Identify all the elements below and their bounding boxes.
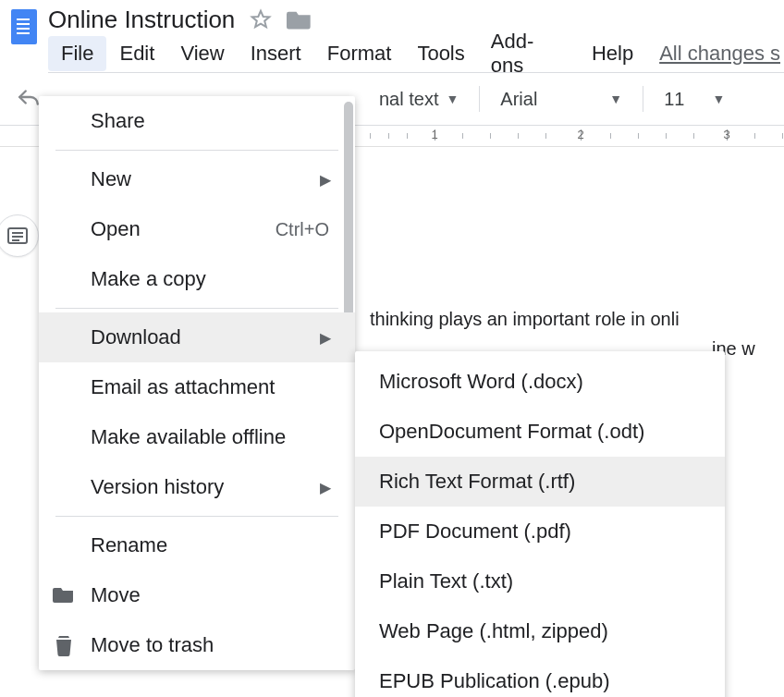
ruler-mark: 2 bbox=[577, 128, 583, 141]
file-menu-available-offline[interactable]: Make available offline bbox=[39, 412, 355, 462]
file-menu-open[interactable]: Open Ctrl+O bbox=[39, 204, 355, 254]
download-pdf[interactable]: PDF Document (.pdf) bbox=[355, 507, 725, 556]
menu-insert[interactable]: Insert bbox=[238, 36, 314, 71]
menu-file[interactable]: File bbox=[48, 36, 106, 71]
menu-item-label: Move bbox=[91, 583, 141, 607]
download-odt[interactable]: OpenDocument Format (.odt) bbox=[355, 407, 725, 457]
chevron-down-icon: ▼ bbox=[609, 92, 622, 106]
file-menu-share[interactable]: Share bbox=[39, 96, 355, 146]
menu-item-label: Version history bbox=[91, 475, 224, 499]
submenu-arrow-icon: ▶ bbox=[320, 479, 335, 496]
file-menu-rename[interactable]: Rename bbox=[39, 520, 355, 570]
svg-marker-0 bbox=[252, 11, 270, 27]
menu-edit[interactable]: Edit bbox=[106, 36, 167, 71]
title-block: Online Instruction File Edit View Insert… bbox=[37, 4, 784, 73]
paragraph-style-select[interactable]: nal text ▼ bbox=[379, 89, 459, 110]
all-changes-saved[interactable]: All changes s bbox=[646, 36, 784, 71]
star-icon[interactable] bbox=[250, 8, 272, 31]
app-logo-wrap bbox=[0, 4, 37, 44]
trash-icon bbox=[52, 634, 76, 656]
menu-format[interactable]: Format bbox=[314, 36, 405, 71]
toolbar-divider bbox=[479, 86, 480, 112]
file-menu-download[interactable]: Download ▶ bbox=[39, 312, 355, 362]
menu-item-label: Move to trash bbox=[91, 633, 214, 657]
paragraph-style-label: nal text bbox=[379, 89, 438, 110]
download-submenu: Microsoft Word (.docx) OpenDocument Form… bbox=[355, 351, 725, 697]
download-html[interactable]: Web Page (.html, zipped) bbox=[355, 606, 725, 656]
folder-icon[interactable] bbox=[287, 8, 312, 31]
download-epub[interactable]: EPUB Publication (.epub) bbox=[355, 656, 725, 697]
download-txt[interactable]: Plain Text (.txt) bbox=[355, 556, 725, 606]
font-family-select[interactable]: Arial ▼ bbox=[500, 89, 622, 110]
download-rtf[interactable]: Rich Text Format (.rtf) bbox=[355, 457, 725, 507]
menu-bar: File Edit View Insert Format Tools Add-o… bbox=[48, 35, 784, 73]
font-size-value: 11 bbox=[664, 89, 684, 110]
header: Online Instruction File Edit View Insert… bbox=[0, 0, 784, 73]
menu-item-label: Share bbox=[91, 109, 145, 133]
file-menu-new[interactable]: New ▶ bbox=[39, 154, 355, 204]
font-family-label: Arial bbox=[500, 89, 537, 110]
submenu-arrow-icon: ▶ bbox=[320, 329, 335, 347]
docs-app-icon[interactable] bbox=[11, 9, 37, 44]
menu-item-label: Open bbox=[91, 217, 141, 241]
download-docx[interactable]: Microsoft Word (.docx) bbox=[355, 357, 725, 407]
file-menu-email-attachment[interactable]: Email as attachment bbox=[39, 362, 355, 412]
menu-item-label: New bbox=[91, 167, 131, 191]
file-menu-version-history[interactable]: Version history ▶ bbox=[39, 462, 355, 512]
menu-divider bbox=[55, 150, 338, 151]
submenu-arrow-icon: ▶ bbox=[320, 171, 335, 189]
menu-tools[interactable]: Tools bbox=[404, 36, 477, 71]
chevron-down-icon: ▼ bbox=[712, 92, 725, 106]
ruler-mark: 3 bbox=[723, 128, 729, 141]
menu-divider bbox=[55, 308, 338, 309]
menu-view[interactable]: View bbox=[167, 36, 237, 71]
body-line: thinking plays an important role in onli bbox=[370, 304, 784, 334]
menu-item-label: Download bbox=[91, 325, 181, 349]
file-menu-move-to-trash[interactable]: Move to trash bbox=[39, 620, 355, 670]
menu-addons[interactable]: Add-ons bbox=[478, 24, 579, 83]
menu-divider bbox=[55, 516, 338, 517]
ruler-mark: 1 bbox=[431, 128, 437, 141]
menu-item-label: Rename bbox=[91, 533, 167, 557]
font-size-select[interactable]: 11 ▼ bbox=[664, 89, 725, 110]
undo-redo-group bbox=[0, 88, 41, 110]
file-menu: Share New ▶ Open Ctrl+O Make a copy Down… bbox=[39, 96, 355, 670]
file-menu-make-copy[interactable]: Make a copy bbox=[39, 254, 355, 304]
chevron-down-icon: ▼ bbox=[446, 92, 459, 106]
folder-icon bbox=[52, 586, 76, 605]
menu-item-shortcut: Ctrl+O bbox=[276, 219, 335, 240]
file-menu-move[interactable]: Move bbox=[39, 570, 355, 620]
menu-item-label: Make available offline bbox=[91, 425, 286, 449]
title-line: Online Instruction bbox=[48, 4, 784, 35]
document-title[interactable]: Online Instruction bbox=[48, 6, 235, 34]
undo-icon[interactable] bbox=[17, 88, 41, 110]
menu-item-label: Email as attachment bbox=[91, 375, 275, 399]
menu-help[interactable]: Help bbox=[579, 36, 646, 71]
menu-item-label: Make a copy bbox=[91, 267, 206, 291]
toolbar-divider bbox=[643, 86, 643, 112]
